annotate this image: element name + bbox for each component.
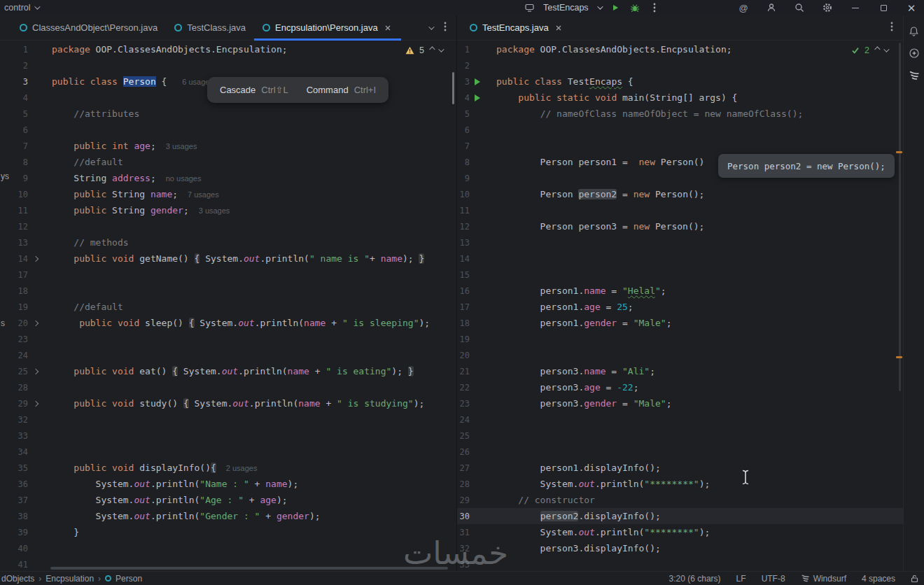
code-line[interactable]: 39 } (0, 524, 456, 540)
tab-classesandobject-person[interactable]: ClassesAndObject\Person.java (11, 15, 166, 41)
code-line[interactable]: 3public class TestEncaps { (457, 73, 903, 90)
prev-problem-icon[interactable] (874, 46, 880, 52)
fold-arrow-icon[interactable] (28, 257, 43, 261)
code-line[interactable]: 4 public static void main(String[] args)… (457, 90, 903, 106)
code-line[interactable]: 27 person1.displayInfo(); (457, 460, 903, 476)
code-line[interactable]: 10 public String name;7 usages (0, 186, 456, 202)
fold-arrow-icon[interactable] (28, 369, 43, 374)
code-line[interactable]: 29 // constructor (457, 492, 903, 508)
code-line[interactable]: 1package OOP.ClassesAndObjects.Encpsulat… (457, 41, 903, 57)
indent-setting[interactable]: 4 spaces (862, 574, 895, 584)
tab-options-kebab-icon[interactable] (444, 21, 447, 34)
run-config-selector[interactable]: TestEncaps (543, 3, 589, 13)
breadcrumb-item[interactable]: Person (115, 574, 142, 584)
code-line[interactable]: 12 (0, 218, 456, 234)
minimize-button[interactable] (850, 2, 861, 13)
code-line[interactable]: 30 person2.displayInfo(); (457, 508, 903, 524)
line-ending[interactable]: LF (736, 574, 746, 584)
code-line[interactable]: 5 //attributes (0, 106, 456, 122)
code-line[interactable]: 8 //default (0, 154, 456, 170)
code-line[interactable]: 34 (0, 444, 456, 460)
breadcrumb-item[interactable]: Encpsulation (46, 574, 94, 584)
code-line[interactable]: 12 Person person3 = new Person(); (457, 218, 903, 234)
tab-encpsulation-person[interactable]: Encpsulation\Person.java (254, 15, 401, 41)
run-button[interactable] (610, 2, 621, 13)
chevron-down-icon[interactable] (597, 3, 603, 9)
code-line[interactable]: 1package OOP.ClassesAndObjects.Encpsulat… (0, 41, 456, 57)
code-line[interactable]: 29 public void study() { System.out.prin… (0, 395, 456, 411)
code-line[interactable]: 32 person3.displayInfo(); (457, 540, 903, 556)
inspections-widget-left[interactable]: 5 (401, 44, 447, 57)
debug-bug-button[interactable] (629, 2, 640, 13)
code-line[interactable]: 28 (0, 379, 456, 395)
code-line[interactable]: 26 (457, 444, 903, 460)
code-line[interactable]: 14 public void getName() { System.out.pr… (0, 251, 456, 267)
next-problem-icon[interactable] (883, 46, 889, 52)
code-line[interactable]: 25 (457, 428, 903, 444)
code-line[interactable]: 5 // nameOfClass nameOfObject = new name… (457, 106, 903, 122)
code-line[interactable]: 38 System.out.println("Gender : " + gend… (0, 508, 456, 524)
code-line[interactable]: 22 person3.age = -22; (457, 379, 903, 395)
code-line[interactable]: 11 public String gender;3 usages (0, 202, 456, 218)
cascade-button[interactable]: Cascade Ctrl⇧L (220, 85, 288, 95)
code-line[interactable]: 23 (0, 331, 456, 347)
command-button[interactable]: Command Ctrl+I (307, 85, 376, 95)
code-line[interactable]: 9 String address;no usages (0, 170, 456, 186)
encoding[interactable]: UTF-8 (762, 574, 785, 584)
code-line[interactable]: 33 (0, 428, 456, 444)
editor-right[interactable]: 1package OOP.ClassesAndObjects.Encpsulat… (457, 41, 903, 571)
maximize-button[interactable] (878, 2, 889, 13)
fold-arrow-icon[interactable] (28, 402, 43, 406)
code-line[interactable]: 16 person1.name = "Helal"; (457, 283, 903, 299)
breadcrumb-item[interactable]: dObjects (1, 574, 34, 584)
code-line[interactable]: 11 (457, 202, 903, 218)
inspections-widget-right[interactable]: 2 (847, 44, 892, 57)
code-line[interactable]: 40 (0, 540, 456, 556)
code-line[interactable]: 7 public int age;3 usages (0, 138, 456, 154)
code-line[interactable]: 13 (457, 234, 903, 251)
profile-icon[interactable] (766, 2, 777, 13)
code-line[interactable]: 28 System.out.println("********"); (457, 476, 903, 492)
code-line[interactable]: 17 (0, 267, 456, 283)
code-line[interactable]: 10 Person person2 = new Person(); (457, 186, 903, 202)
close-button[interactable]: ✕ (906, 2, 917, 13)
vertical-scrollbar-thumb[interactable] (899, 43, 901, 391)
tab-testclass[interactable]: TestClass.java (166, 15, 254, 41)
hidden-tabs-chevron-icon[interactable] (428, 24, 434, 29)
run-icon[interactable] (470, 78, 485, 85)
next-problem-icon[interactable] (438, 46, 444, 52)
windsurf-status[interactable]: Windsurf (801, 574, 846, 584)
ai-chat-icon[interactable] (907, 46, 921, 60)
code-line[interactable]: 15 (457, 267, 903, 283)
code-line[interactable]: 20 (457, 347, 903, 363)
code-line[interactable]: 7 (457, 138, 903, 154)
at-mention-icon[interactable]: @ (738, 2, 749, 13)
tab-testencaps[interactable]: TestEncaps.java (461, 15, 572, 41)
close-icon[interactable] (554, 23, 564, 33)
windsurf-icon[interactable] (907, 69, 921, 83)
code-line[interactable]: 36 System.out.println("Name : " + name); (0, 476, 456, 492)
code-line[interactable]: 31 System.out.println("********"); (457, 524, 903, 540)
more-actions-kebab-icon[interactable] (649, 2, 660, 13)
code-line[interactable]: 21 person3.name = "Ali"; (457, 363, 903, 379)
caret-position[interactable]: 3:20 (6 chars) (669, 574, 721, 584)
code-line[interactable]: 6 (0, 122, 456, 138)
code-line[interactable]: 14 (457, 251, 903, 267)
code-line[interactable]: 18 person1.gender = "Male"; (457, 315, 903, 331)
code-line[interactable]: 37 System.out.println("Age : " + age); (0, 492, 456, 508)
tab-options-kebab-icon[interactable] (890, 21, 893, 34)
vertical-scrollbar-thumb[interactable] (452, 72, 454, 104)
lock-icon[interactable] (911, 575, 918, 583)
code-line[interactable]: 17 person1.age = 25; (457, 299, 903, 315)
horizontal-scrollbar[interactable] (50, 567, 448, 570)
code-line[interactable]: 32 (0, 411, 456, 428)
code-line[interactable]: 2 (457, 57, 903, 73)
analysis-stripe-mark[interactable] (896, 151, 902, 153)
editor-left[interactable]: 1package OOP.ClassesAndObjects.Encpsulat… (0, 41, 456, 571)
code-line[interactable]: 35 public void displayInfo(){2 usages (0, 460, 456, 476)
run-icon[interactable] (470, 94, 485, 101)
code-line[interactable]: 19 (457, 331, 903, 347)
code-line[interactable]: 24 (457, 411, 903, 428)
search-icon[interactable] (794, 2, 805, 13)
code-line[interactable]: 2 (0, 57, 456, 73)
